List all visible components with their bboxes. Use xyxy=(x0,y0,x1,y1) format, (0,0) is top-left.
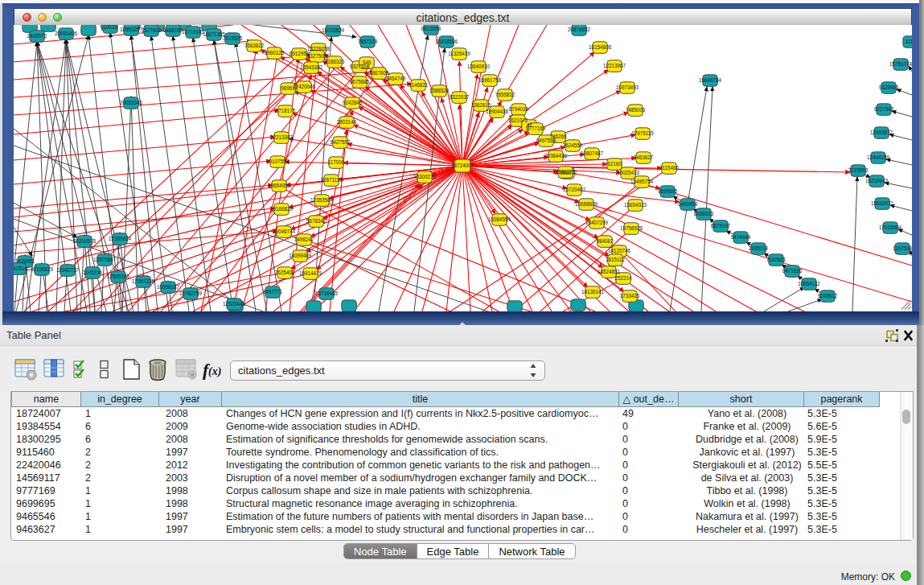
svg-text:9245612: 9245612 xyxy=(818,293,838,299)
svg-text:6879197: 6879197 xyxy=(711,223,731,229)
svg-text:9242845: 9242845 xyxy=(343,100,363,105)
svg-text:15692971: 15692971 xyxy=(871,200,894,206)
svg-text:20876852: 20876852 xyxy=(568,27,591,32)
svg-text:16033809: 16033809 xyxy=(322,27,345,33)
svg-text:12923448: 12923448 xyxy=(223,301,246,307)
svg-text:2935114: 2935114 xyxy=(749,245,769,251)
svg-text:391514: 391514 xyxy=(14,266,27,271)
svg-text:3624554: 3624554 xyxy=(563,142,583,148)
svg-text:1440954: 1440954 xyxy=(678,201,698,207)
svg-text:13495754: 13495754 xyxy=(630,179,654,184)
svg-text:252214: 252214 xyxy=(614,275,632,281)
svg-text:19654952: 19654952 xyxy=(268,183,291,188)
svg-text:14120746: 14120746 xyxy=(608,248,631,253)
svg-text:9474444: 9474444 xyxy=(731,234,751,240)
svg-text:(x): (x) xyxy=(208,365,221,378)
svg-text:98961: 98961 xyxy=(281,85,295,91)
svg-text:2803144: 2803144 xyxy=(337,119,357,125)
svg-text:10543382: 10543382 xyxy=(300,64,323,70)
svg-text:1112: 1112 xyxy=(905,39,912,44)
svg-text:1439051: 1439051 xyxy=(15,258,35,264)
svg-text:16210643: 16210643 xyxy=(865,178,889,183)
svg-text:19218506: 19218506 xyxy=(435,39,458,44)
svg-text:10719185: 10719185 xyxy=(182,29,205,35)
svg-text:16914479: 16914479 xyxy=(299,270,322,276)
svg-text:15720407: 15720407 xyxy=(563,187,586,192)
svg-text:18407299: 18407299 xyxy=(585,220,609,225)
svg-text:32671110: 32671110 xyxy=(320,177,343,183)
svg-text:1615112: 1615112 xyxy=(606,257,626,262)
svg-text:3675685: 3675685 xyxy=(350,79,370,84)
svg-text:12213967: 12213967 xyxy=(603,63,626,68)
svg-text:22420046: 22420046 xyxy=(293,84,316,89)
svg-text:8322037: 8322037 xyxy=(450,94,470,100)
svg-text:12444159: 12444159 xyxy=(867,154,890,160)
svg-text:5678342: 5678342 xyxy=(306,218,326,224)
svg-text:62160: 62160 xyxy=(607,161,622,167)
svg-text:6466160: 6466160 xyxy=(163,27,183,33)
svg-text:12093872: 12093872 xyxy=(870,130,893,135)
svg-text:17016504: 17016504 xyxy=(879,225,902,230)
svg-text:1362615: 1362615 xyxy=(471,102,491,108)
svg-text:10033: 10033 xyxy=(103,25,117,30)
svg-text:8186323: 8186323 xyxy=(325,59,345,64)
svg-text:13716485: 13716485 xyxy=(315,290,339,296)
svg-text:20053346: 20053346 xyxy=(120,100,143,105)
svg-text:10653257: 10653257 xyxy=(120,27,143,32)
svg-text:16782759: 16782759 xyxy=(179,290,203,296)
svg-text:7515525: 7515525 xyxy=(223,35,243,41)
svg-text:14099489: 14099489 xyxy=(289,253,312,258)
svg-text:13654923: 13654923 xyxy=(624,202,647,208)
svg-text:9115460: 9115460 xyxy=(659,165,680,171)
svg-text:1733426: 1733426 xyxy=(620,293,640,299)
svg-text:16648784: 16648784 xyxy=(699,77,722,83)
svg-text:13640910: 13640910 xyxy=(467,64,491,69)
svg-text:7485003: 7485003 xyxy=(626,107,646,113)
svg-text:10107553: 10107553 xyxy=(266,159,290,164)
svg-text:19756928: 19756928 xyxy=(620,225,643,231)
svg-text:12156829: 12156829 xyxy=(31,266,54,272)
svg-text:2405572: 2405572 xyxy=(27,33,47,39)
svg-text:14136141: 14136141 xyxy=(581,289,605,295)
svg-text:7663822: 7663822 xyxy=(244,43,265,48)
svg-text:8454749: 8454749 xyxy=(386,76,406,81)
svg-text:7632621: 7632621 xyxy=(766,257,786,262)
svg-text:20091406: 20091406 xyxy=(55,31,78,36)
svg-text:1527602: 1527602 xyxy=(142,27,162,33)
svg-text:20200578: 20200578 xyxy=(73,238,97,244)
svg-text:9463627: 9463627 xyxy=(634,154,654,160)
svg-text:11325419: 11325419 xyxy=(448,51,470,56)
svg-text:1498242: 1498242 xyxy=(294,237,314,242)
svg-text:12353584: 12353584 xyxy=(310,197,334,203)
svg-text:16154808: 16154808 xyxy=(589,44,612,50)
svg-text:8813054: 8813054 xyxy=(421,26,441,31)
svg-text:546: 546 xyxy=(363,60,372,65)
svg-text:16961758: 16961758 xyxy=(478,77,502,83)
svg-text:7625402: 7625402 xyxy=(275,270,295,275)
svg-text:19166829: 19166829 xyxy=(270,206,294,212)
svg-text:1621072: 1621072 xyxy=(508,117,528,123)
svg-text:7955812: 7955812 xyxy=(495,92,515,97)
svg-text:6497568: 6497568 xyxy=(536,138,556,143)
svg-text:10046744: 10046744 xyxy=(273,229,296,234)
svg-text:9777169: 9777169 xyxy=(526,126,546,131)
svg-text:8471626: 8471626 xyxy=(782,268,803,274)
svg-text:10654112: 10654112 xyxy=(798,281,820,286)
svg-text:13226058: 13226058 xyxy=(307,46,331,51)
svg-text:1145194: 1145194 xyxy=(83,270,103,275)
svg-text:15300275: 15300275 xyxy=(413,174,437,179)
svg-text:12975115: 12975115 xyxy=(631,130,654,136)
svg-text:12505185: 12505185 xyxy=(107,274,130,279)
svg-text:9146821: 9146821 xyxy=(409,82,429,88)
svg-text:10973493: 10973493 xyxy=(616,84,639,90)
svg-text:17359924: 17359924 xyxy=(109,236,132,241)
svg-text:7857224: 7857224 xyxy=(358,39,378,44)
svg-text:9227343: 9227343 xyxy=(874,106,894,112)
svg-text:6794024: 6794024 xyxy=(509,106,529,112)
svg-text:7386372: 7386372 xyxy=(556,169,576,175)
svg-text:3215953: 3215953 xyxy=(848,167,869,173)
svg-text:19904438: 19904438 xyxy=(486,109,509,114)
svg-text:19384554: 19384554 xyxy=(488,216,511,222)
svg-text:984067: 984067 xyxy=(596,238,614,244)
svg-text:8427552: 8427552 xyxy=(331,139,351,145)
